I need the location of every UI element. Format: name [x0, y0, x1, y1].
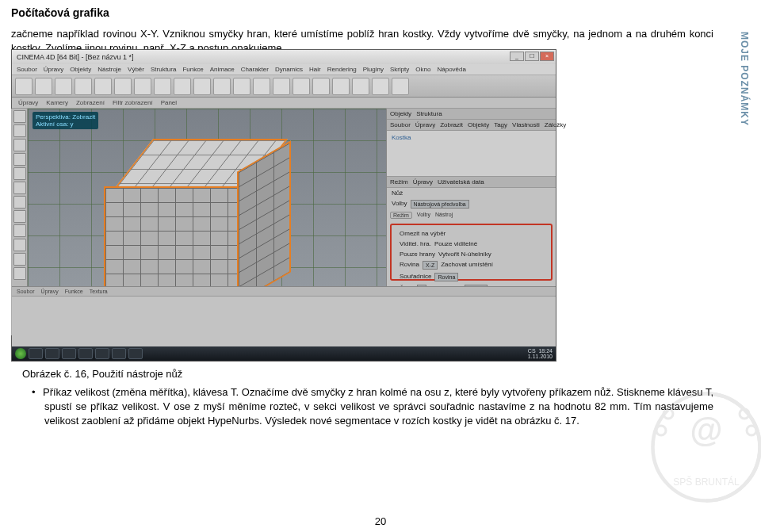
menu-item[interactable]: Rendering — [327, 66, 357, 73]
coord-field[interactable]: Rovina — [434, 273, 458, 281]
menu-item[interactable]: Soubor — [17, 66, 37, 73]
taskbar-button[interactable] — [95, 348, 109, 359]
menu-item[interactable]: Charakter — [241, 66, 269, 73]
menu-item[interactable]: Skripty — [390, 66, 409, 73]
menu-item[interactable]: Výběr — [128, 66, 144, 73]
tool-icon[interactable] — [13, 239, 26, 251]
maximize-button[interactable]: ☐ — [525, 52, 539, 61]
toolbar-icon[interactable] — [392, 78, 409, 95]
attribute-line: Volby Nástrojová předvolba — [387, 198, 556, 210]
menu-item[interactable]: Uživatelská data — [438, 178, 484, 186]
menu-item[interactable]: Záložky — [545, 121, 567, 128]
tool-icon[interactable] — [13, 124, 26, 137]
windows-taskbar: CS 18:241.11.2010 — [12, 346, 556, 361]
cube-object[interactable] — [104, 139, 270, 289]
toolbar-icon[interactable] — [134, 78, 151, 95]
toolbar-icon[interactable] — [75, 78, 92, 95]
toolbar-icon[interactable] — [273, 78, 290, 95]
toolbar-icon[interactable] — [372, 78, 389, 95]
taskbar-button[interactable] — [112, 348, 126, 359]
toolbar-icon[interactable] — [233, 78, 250, 95]
tab[interactable]: Zobrazení — [76, 99, 105, 106]
attribute-tool-name: Nůž — [387, 188, 556, 198]
minimize-button[interactable]: _ — [510, 52, 524, 61]
menu-bar[interactable]: Soubor Úpravy Objekty Nástroje Výběr Str… — [12, 64, 556, 75]
attr-field[interactable]: Nástrojová předvolba — [411, 200, 469, 209]
toolbar-icon[interactable] — [352, 78, 369, 95]
toolbar-icon[interactable] — [94, 78, 112, 95]
menu-item[interactable]: Tagy — [494, 121, 507, 128]
menu-item[interactable]: Soubor — [17, 289, 35, 294]
taskbar-button[interactable] — [62, 348, 76, 359]
menu-item[interactable]: Zobrazit — [440, 121, 463, 128]
menu-item[interactable]: Nápověda — [437, 66, 465, 73]
menu-item[interactable]: Úpravy — [415, 121, 435, 128]
toolbar-icon[interactable] — [193, 78, 211, 95]
toolbar-icon[interactable] — [35, 78, 52, 95]
tool-icon[interactable] — [13, 110, 26, 123]
tab[interactable]: Panel — [161, 99, 177, 106]
tab[interactable]: Volby — [417, 212, 430, 219]
menu-item[interactable]: Úpravy — [413, 178, 433, 186]
menu-item[interactable]: Pluginy — [363, 66, 384, 73]
toolbar-icon[interactable] — [312, 78, 330, 95]
menu-item[interactable]: Nástroje — [98, 66, 121, 73]
toolbar-icon[interactable] — [293, 78, 310, 95]
taskbar-clock[interactable]: CS 18:241.11.2010 — [528, 348, 553, 359]
taskbar-button[interactable] — [45, 348, 59, 359]
menu-item[interactable]: Úpravy — [44, 66, 63, 73]
tab[interactable]: Nástroj — [435, 212, 453, 219]
menu-item[interactable]: Animace — [210, 66, 235, 73]
menu-item[interactable]: Struktura — [151, 66, 176, 73]
toolbar-icon[interactable] — [253, 78, 270, 95]
toolbar-icon[interactable] — [15, 78, 33, 95]
plane-field[interactable]: X-Z — [423, 261, 438, 270]
tab[interactable]: Úpravy — [18, 99, 38, 106]
body-paragraph: Příkaz velikost (změna měřítka), klávesa… — [32, 385, 713, 431]
menu-item[interactable]: Úpravy — [41, 289, 59, 294]
taskbar-button[interactable] — [78, 348, 93, 359]
toolbar-icon[interactable] — [55, 78, 72, 95]
toolbar-icon[interactable] — [114, 78, 132, 95]
menu-item[interactable]: Okno — [415, 66, 430, 73]
tool-icon[interactable] — [13, 196, 26, 209]
tool-icon[interactable] — [13, 267, 26, 280]
menu-item[interactable]: Soubor — [390, 121, 411, 128]
menu-item[interactable]: Vlastnosti — [512, 121, 540, 128]
menu-item[interactable]: Funkce — [65, 289, 83, 294]
tab[interactable]: Struktura — [416, 110, 442, 117]
menu-item[interactable]: Objekty — [468, 121, 489, 128]
tool-icon[interactable] — [13, 167, 26, 180]
material-manager-body[interactable] — [12, 297, 556, 350]
tool-icon[interactable] — [13, 182, 26, 194]
menu-item[interactable]: Funkce — [182, 66, 203, 73]
menu-item[interactable]: Textura — [90, 289, 108, 294]
tool-icon[interactable] — [13, 253, 26, 266]
menu-item[interactable]: Hair — [309, 66, 321, 73]
svg-text:SPŠ BRUNTÁL: SPŠ BRUNTÁL — [673, 476, 740, 488]
toolbar-icon[interactable] — [154, 78, 171, 95]
tab[interactable]: Kamery — [46, 99, 68, 106]
tool-icon[interactable] — [13, 210, 26, 223]
taskbar-button[interactable] — [29, 348, 43, 359]
tab[interactable]: Objekty — [390, 110, 411, 117]
toolbar-icon[interactable] — [213, 78, 231, 95]
object-tree[interactable]: Kostka — [387, 131, 556, 177]
menu-item[interactable]: Objekty — [70, 66, 91, 73]
viewport-tabs: Úpravy Kamery Zobrazení Filtr zobrazení … — [12, 98, 556, 109]
close-button[interactable]: × — [540, 52, 554, 61]
menu-item[interactable]: Režim — [390, 178, 408, 186]
tool-icon[interactable] — [13, 139, 26, 151]
tab[interactable]: Režim — [390, 212, 412, 219]
attribute-manager-menu: Režim Úpravy Uživatelská data — [387, 177, 556, 188]
toolbar-icon[interactable] — [332, 78, 350, 95]
main-toolbar — [12, 75, 556, 98]
menu-item[interactable]: Dynamics — [275, 66, 303, 73]
start-button[interactable] — [15, 348, 26, 359]
tree-item-kostka[interactable]: Kostka — [392, 134, 551, 141]
tab[interactable]: Filtr zobrazení — [113, 99, 153, 106]
tool-icon[interactable] — [13, 224, 26, 237]
tool-icon[interactable] — [13, 153, 26, 166]
taskbar-button[interactable] — [128, 348, 143, 359]
toolbar-icon[interactable] — [174, 78, 191, 95]
